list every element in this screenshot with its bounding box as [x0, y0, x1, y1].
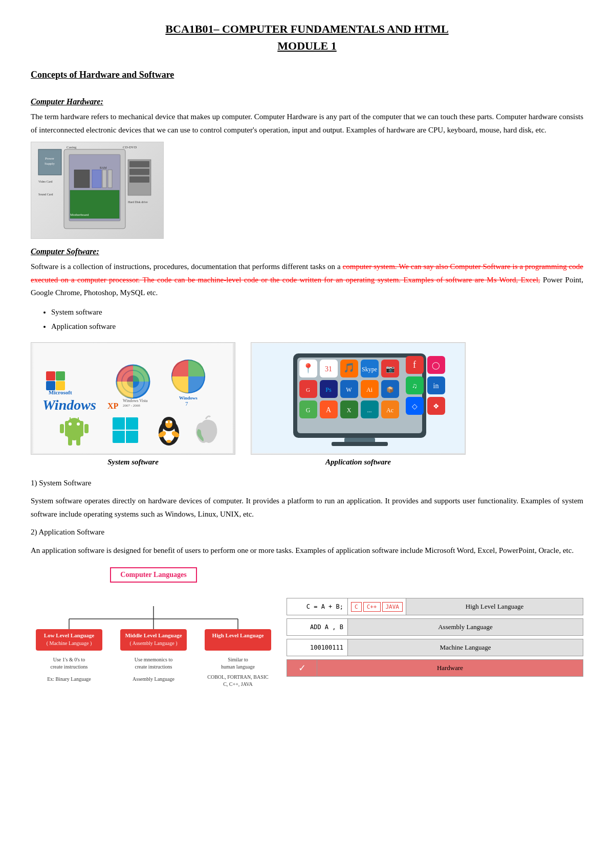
svg-text:Low Level Language: Low Level Language — [44, 632, 95, 638]
svg-text:◯: ◯ — [432, 362, 440, 370]
svg-text:Ai: Ai — [366, 386, 373, 393]
app-software-heading: 2) Application Software — [31, 526, 583, 539]
svg-rect-9 — [129, 169, 149, 175]
svg-text:G: G — [306, 387, 310, 393]
svg-point-39 — [69, 422, 72, 426]
bullet-application: Application software — [51, 319, 583, 334]
level-right-machine: Machine Language — [348, 639, 583, 656]
svg-text:📍: 📍 — [302, 363, 314, 374]
level-right-assembly: Assembly Language — [348, 618, 583, 636]
hardware-image: Power Supply Casing CD-DVD RAM Motherboa… — [31, 142, 164, 239]
lang-diagram-section: Computer Languages Low Level Language ( … — [31, 567, 583, 721]
svg-rect-8 — [129, 161, 149, 167]
svg-text:create instructions: create instructions — [135, 664, 172, 670]
svg-text:Motherboard: Motherboard — [70, 213, 89, 217]
diag-title-box: Computer Languages — [31, 567, 276, 583]
svg-text:📦: 📦 — [386, 386, 393, 393]
svg-text:COBOL, FORTRAN, BASIC: COBOL, FORTRAN, BASIC — [207, 674, 269, 680]
svg-text:...: ... — [367, 407, 371, 414]
software-paragraph: Software is a collection of instructions… — [31, 260, 583, 300]
system-software-heading: 1) System Software — [31, 477, 583, 490]
svg-text:❖: ❖ — [432, 403, 439, 410]
svg-text:human language: human language — [221, 664, 255, 670]
svg-rect-99 — [332, 442, 388, 446]
svg-text:Use 1's & 0's to: Use 1's & 0's to — [53, 657, 85, 662]
system-software-svg: Microsoft Windows XP Windows Vista 2007 … — [33, 343, 233, 453]
svg-text:( Assembly Language ): ( Assembly Language ) — [129, 640, 177, 647]
svg-rect-4 — [92, 170, 101, 188]
lang-levels-table: C = A + B; C C++ JAVA High Level Languag… — [287, 598, 583, 678]
svg-text:Video Card: Video Card — [38, 180, 52, 183]
svg-text:C, C++, JAVA: C, C++, JAVA — [223, 681, 253, 687]
svg-rect-6 — [108, 170, 112, 188]
level-right-hardware: Hardware — [317, 659, 583, 677]
application-software-image: f ◯ in 📍 31 🎵 G Ps — [251, 342, 466, 455]
svg-rect-42 — [84, 424, 89, 433]
system-software-image: Microsoft Windows XP Windows Vista 2007 … — [31, 342, 235, 455]
level-left-assembly: ADD A , B — [287, 618, 348, 636]
svg-text:31: 31 — [325, 365, 332, 373]
svg-text:Casing: Casing — [67, 145, 77, 149]
software-subheading: Computer Software: — [31, 247, 583, 256]
svg-text:W: W — [346, 386, 352, 393]
svg-text:f: f — [413, 360, 416, 370]
svg-text:Hard Disk drive: Hard Disk drive — [128, 201, 148, 204]
svg-point-58 — [166, 440, 171, 443]
svg-text:Use mnemonics to: Use mnemonics to — [135, 657, 172, 662]
system-software-img-box: Microsoft Windows XP Windows Vista 2007 … — [31, 342, 235, 466]
application-software-img-box: f ◯ in 📍 31 🎵 G Ps — [251, 342, 466, 466]
app-software-para: An application software is designed for … — [31, 544, 583, 558]
svg-rect-44 — [76, 436, 80, 446]
svg-rect-25 — [46, 371, 55, 381]
svg-text:XP: XP — [107, 402, 119, 410]
svg-text:X: X — [346, 407, 351, 414]
software-para-normal: Software is a collection of instructions… — [31, 262, 343, 271]
software-bullets: System software Application software — [51, 305, 583, 334]
system-software-para: System software operates directly on har… — [31, 495, 583, 521]
level-left-high: C = A + B; — [287, 598, 348, 615]
svg-text:( Machine Language ): ( Machine Language ) — [47, 640, 92, 647]
level-checkmark: ✓ — [287, 659, 317, 677]
svg-rect-43 — [68, 436, 72, 446]
level-mid-high: C C++ JAVA — [348, 598, 406, 615]
svg-point-55 — [170, 421, 172, 424]
hardware-paragraph: The term hardware refers to mechanical d… — [31, 110, 583, 137]
svg-point-54 — [166, 421, 168, 424]
level-row-assembly: ADD A , B Assembly Language — [287, 618, 583, 636]
page-title: BCA1B01– COMPUTER FUNDAMENTALS AND HTML … — [31, 20, 583, 54]
svg-text:7: 7 — [185, 400, 188, 407]
svg-text:CD-DVD: CD-DVD — [123, 145, 137, 149]
svg-text:◇: ◇ — [411, 403, 417, 410]
svg-rect-38 — [65, 421, 83, 436]
svg-text:Ac: Ac — [386, 407, 393, 414]
level-row-machine: 100100111 Machine Language — [287, 639, 583, 656]
lang-tree-svg: Low Level Language ( Machine Language ) … — [31, 586, 276, 719]
svg-text:RAM: RAM — [100, 166, 107, 169]
level-row-high: C = A + B; C C++ JAVA High Level Languag… — [287, 598, 583, 615]
hardware-diagram-svg: Power Supply Casing CD-DVD RAM Motherboa… — [33, 144, 161, 236]
svg-rect-3 — [74, 170, 90, 188]
svg-text:A: A — [325, 406, 331, 414]
application-software-caption: Application software — [325, 458, 391, 466]
software-images-row: Microsoft Windows XP Windows Vista 2007 … — [31, 342, 583, 466]
svg-rect-41 — [60, 424, 64, 433]
c-box: C — [351, 602, 362, 612]
level-right-high: High Level Language — [406, 598, 583, 615]
svg-text:♫: ♫ — [411, 382, 417, 390]
svg-rect-5 — [102, 170, 106, 188]
svg-text:Ps: Ps — [325, 386, 332, 393]
svg-text:🎵: 🎵 — [343, 362, 355, 373]
bullet-system: System software — [51, 305, 583, 320]
svg-text:in: in — [433, 382, 438, 390]
svg-text:Windows Vista: Windows Vista — [123, 398, 148, 403]
svg-text:create instructions: create instructions — [50, 664, 87, 670]
svg-text:Windows: Windows — [179, 395, 198, 400]
cpp-box: C++ — [363, 602, 381, 612]
svg-rect-27 — [46, 381, 55, 390]
svg-rect-26 — [56, 371, 65, 381]
svg-text:Sound Card: Sound Card — [38, 193, 53, 196]
svg-text:Ex: Binary Language: Ex: Binary Language — [47, 676, 91, 682]
svg-text:Windows: Windows — [42, 397, 96, 413]
java-box: JAVA — [382, 602, 403, 612]
svg-text:📷: 📷 — [385, 365, 394, 373]
